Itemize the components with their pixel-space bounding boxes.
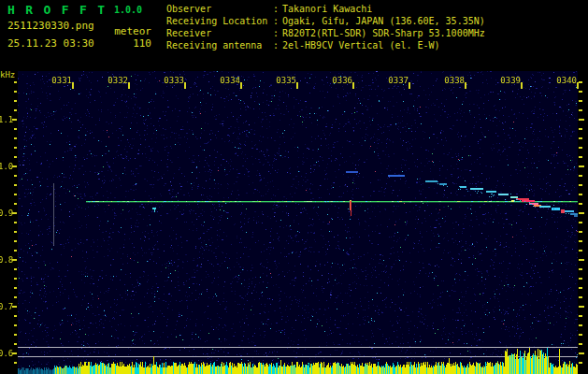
station-colon: : [273,3,282,15]
freq-tick-label: 0.8 [0,255,12,265]
station-colon: : [273,39,282,51]
freq-tick [14,343,17,345]
station-value: Ogaki, Gifu, JAPAN (136.60E, 35.35N) [282,16,485,26]
freq-tick-right [579,324,582,326]
freq-tick-right [579,296,582,298]
station-row-observer: Observer:Takanori Kawachi [166,3,485,15]
freq-tick [14,100,17,102]
freq-tick [14,268,17,270]
freq-tick [14,203,17,205]
freq-tick-right [579,184,582,186]
freq-tick [14,81,17,83]
freq-tick [14,278,17,280]
freq-tick [14,362,17,364]
freq-tick-right [579,147,582,149]
station-colon: : [273,15,282,27]
freq-tick [14,334,17,336]
freq-tick-right [579,250,582,252]
freq-tick [14,315,17,317]
freq-tick-right [579,334,582,336]
freq-tick [14,296,17,298]
freq-tick-right [579,156,582,158]
output-filename: 2511230330.png [7,20,94,32]
freq-tick [12,306,17,308]
station-value: R820T2(RTL-SDR) SDR-Sharp 53.1000MHz [282,28,485,38]
freq-tick-right [579,222,582,223]
station-label: Receiving antenna [166,39,273,51]
freq-tick-label: 0.7 [0,302,12,311]
freq-tick-right [579,240,582,242]
freq-tick-right [579,175,582,177]
freq-tick-right [579,137,582,139]
freq-tick [14,324,17,326]
freq-tick-right [579,203,582,205]
freq-tick-label: 1.1 [0,115,12,124]
echo-count: 110 [103,37,151,50]
freq-tick [14,91,17,93]
station-label: Receiver [166,27,273,39]
freq-tick-label: 1.0 [0,162,12,171]
datetime-label: 25.11.23 03:30 [7,37,94,50]
station-label: Observer [166,3,273,15]
freq-tick [14,137,17,139]
freq-tick-right [579,212,584,214]
station-row-location: Receiving Location:Ogaki, Gifu, JAPAN (1… [166,15,485,27]
freq-tick-right [579,194,582,195]
station-value: Takanori Kawachi [282,4,372,14]
freq-tick-right [579,259,584,261]
freq-tick [14,109,17,111]
freq-tick-right [579,287,582,289]
freq-tick-right [579,362,582,364]
freq-tick [14,222,17,223]
freq-tick-right [579,352,584,354]
freq-tick-label: 0.9 [0,209,12,218]
freq-tick-right [579,278,582,280]
freq-tick [12,119,17,121]
freq-tick [14,194,17,195]
freq-tick-right [579,91,582,93]
freq-tick [14,184,17,186]
freq-tick-label: 0.6 [0,349,12,358]
hrofft-window: H R O F F T 1.0.0 2511230330.png meteor … [0,0,588,374]
freq-tick [12,165,17,167]
station-info: Observer:Takanori Kawachi Receiving Loca… [166,3,485,51]
freq-tick-right [579,81,582,83]
freq-tick-right [579,315,582,317]
freq-tick-right [579,268,582,270]
freq-tick-right [579,306,584,308]
station-value: 2el-HB9CV Vertical (el. E-W) [282,40,440,50]
freq-tick-right [579,128,582,130]
freq-tick [12,259,17,261]
freq-tick [14,156,17,158]
freq-tick [14,175,17,177]
freq-tick [14,147,17,149]
mode-label: meteor [103,25,151,37]
app-version: 1.0.0 [114,5,142,15]
station-colon: : [273,27,282,39]
app-title: H R O F F T [7,3,107,17]
freq-tick-right [579,109,582,111]
freq-tick-right [579,231,582,233]
freq-tick [14,128,17,130]
station-row-receiver: Receiver:R820T2(RTL-SDR) SDR-Sharp 53.10… [166,27,485,39]
freq-tick [14,240,17,242]
freq-tick [14,231,17,233]
freq-tick [12,212,17,214]
freq-tick [14,250,17,252]
freq-tick-right [579,119,584,121]
station-label: Receiving Location [166,15,273,27]
freq-tick-right [579,165,584,167]
freq-tick [14,287,17,289]
freq-tick-right [579,100,582,102]
spectrogram-canvas [18,71,578,374]
freq-tick [12,352,17,354]
freq-unit-label: kHz [0,70,15,79]
freq-tick-right [579,343,582,345]
station-row-antenna: Receiving antenna:2el-HB9CV Vertical (el… [166,39,485,51]
